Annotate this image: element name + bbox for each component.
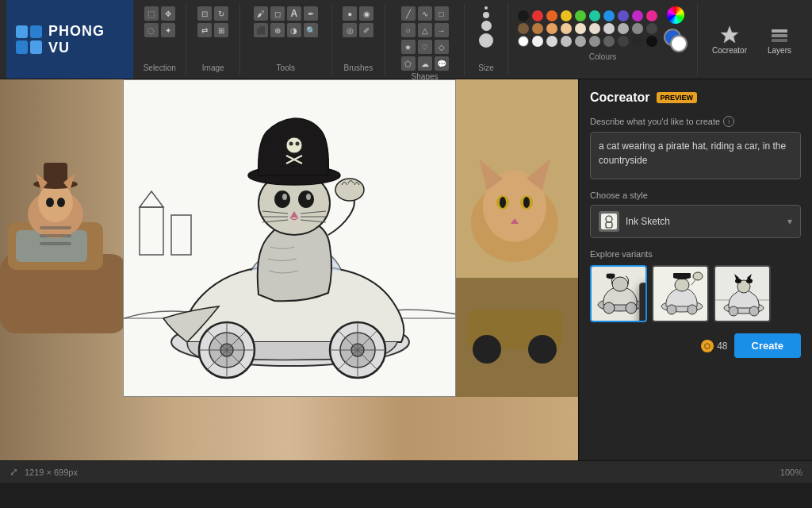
color-swatch-gray2[interactable] — [632, 23, 643, 34]
shape-star-tool[interactable]: ★ — [401, 40, 416, 54]
color-swatch-silver3[interactable] — [575, 36, 586, 47]
image-resize-tool[interactable]: ⊞ — [214, 23, 228, 37]
color-swatch-silver1[interactable] — [546, 36, 557, 47]
color-swatch-skin2[interactable] — [575, 23, 586, 34]
color-swatch-gray1[interactable] — [618, 23, 629, 34]
canvas-area[interactable] — [0, 79, 578, 460]
svg-rect-84 — [607, 274, 615, 278]
prompt-text-box[interactable]: a cat wearing a pirate hat, riding a car… — [590, 132, 801, 179]
image-crop-tool[interactable]: ⊡ — [197, 6, 212, 21]
resize-icon: ⤢ — [10, 466, 18, 478]
shape-ellipse-tool[interactable]: ○ — [401, 23, 416, 37]
zoom-tool[interactable]: 🔍 — [304, 23, 318, 37]
color-swatch-silver2[interactable] — [561, 36, 572, 47]
text-tool[interactable]: A — [287, 6, 301, 21]
image-rotate-tool[interactable]: ↻ — [214, 6, 228, 21]
cocreator-button[interactable]: Cocreator — [706, 21, 753, 58]
color-swatch-white[interactable] — [518, 36, 529, 47]
photo-right-scene — [451, 79, 578, 460]
brush-round-tool[interactable]: ● — [343, 6, 357, 21]
shape-pentagon-tool[interactable]: ⬠ — [401, 56, 416, 71]
color-swatch-red[interactable] — [532, 10, 543, 21]
color-swatch-charcoal3[interactable] — [632, 36, 643, 47]
color-swatch-charcoal2[interactable] — [618, 36, 629, 47]
variants-row: ⤓ Save image ⚑ Report — [590, 265, 801, 322]
color-swatch-teal[interactable] — [589, 10, 600, 21]
style-label: Choose a style — [590, 190, 801, 200]
save-image-menu-item[interactable]: ⤓ Save image — [640, 283, 647, 306]
color-picker-wheel[interactable] — [667, 6, 684, 24]
select-move-tool[interactable]: ✥ — [161, 6, 175, 21]
describe-label: Describe what you'd like to create i — [590, 116, 801, 127]
info-icon[interactable]: i — [723, 116, 734, 127]
svg-point-97 — [749, 306, 759, 316]
clone-tool[interactable]: ⊕ — [270, 23, 285, 37]
color-swatch-offwhite[interactable] — [532, 36, 543, 47]
select-magic-tool[interactable]: ✦ — [161, 23, 175, 37]
color-swatch-tan[interactable] — [532, 23, 543, 34]
color-swatch-brown[interactable] — [518, 23, 529, 34]
color-swatch-orange[interactable] — [546, 10, 557, 21]
shape-cloud-tool[interactable]: ☁ — [418, 56, 432, 71]
eyedrop-tool[interactable]: ✒ — [304, 6, 318, 21]
color-swatch-peach[interactable] — [546, 23, 557, 34]
fill-tool[interactable]: ⬛ — [254, 23, 268, 37]
create-button[interactable]: Create — [734, 333, 801, 358]
color-swatch-skin1[interactable] — [561, 23, 572, 34]
eraser-tool[interactable]: ◻ — [270, 6, 285, 21]
shape-line-tool[interactable]: ╱ — [401, 6, 416, 21]
shape-rect-tool[interactable]: □ — [435, 6, 449, 21]
variant-thumb-1[interactable]: ⤓ Save image ⚑ Report — [590, 265, 647, 322]
main-area: Cocreator PREVIEW Describe what you'd li… — [0, 79, 812, 460]
paint-tool[interactable]: 🖌 — [254, 6, 268, 21]
color-grid — [518, 10, 659, 47]
svg-rect-15 — [40, 226, 71, 229]
toolbar-section-shapes: ╱ ∿ □ ○ △ → ★ ♡ ◇ ⬠ ☁ 💬 Shapes — [385, 3, 465, 75]
shape-diamond-tool[interactable]: ◇ — [435, 40, 449, 54]
svg-point-62 — [296, 142, 300, 146]
report-menu-item[interactable]: ⚑ Report — [640, 306, 647, 322]
canvas-background — [0, 79, 578, 460]
variants-label: Explore variants — [590, 249, 801, 259]
brush-custom-tool[interactable]: ✐ — [359, 23, 373, 37]
image-flip-tool[interactable]: ⇄ — [197, 23, 212, 37]
select-rect-tool[interactable]: ⬚ — [144, 6, 159, 21]
color-swatch-darkgray[interactable] — [646, 23, 657, 34]
color-swatch-yellow[interactable] — [561, 10, 572, 21]
logo-text: PHONG VU — [48, 23, 124, 56]
color-swatch-blue[interactable] — [603, 10, 615, 21]
brush-soft-tool[interactable]: ◉ — [359, 6, 373, 21]
shape-tri-tool[interactable]: △ — [418, 23, 432, 37]
panel-header: Cocreator PREVIEW — [590, 90, 801, 105]
shape-curve-tool[interactable]: ∿ — [418, 6, 432, 21]
canvas-sketch-area[interactable] — [123, 79, 456, 397]
color-swatch-silver4[interactable] — [589, 36, 600, 47]
logo: PHONG VU — [6, 0, 133, 79]
style-name: Ink Sketch — [626, 216, 670, 227]
blur-tool[interactable]: ◑ — [287, 23, 301, 37]
color-swatch-black[interactable] — [518, 10, 529, 21]
layers-button[interactable]: Layers — [761, 21, 798, 58]
shape-arrow-tool[interactable]: → — [435, 23, 449, 37]
color-swatch-nearblack[interactable] — [646, 36, 657, 47]
canvas-dimensions: 1219 × 699px — [25, 468, 78, 477]
shape-heart-tool[interactable]: ♡ — [418, 40, 432, 54]
right-toolbar: Cocreator Layers — [698, 3, 806, 75]
color-swatch-indigo[interactable] — [618, 10, 629, 21]
color-swatch-purple[interactable] — [632, 10, 643, 21]
toolbar-section-size: Size — [465, 3, 508, 75]
svg-rect-3 — [772, 39, 787, 42]
brush-hard-tool[interactable]: ◎ — [343, 23, 357, 37]
color-swatch-skin3[interactable] — [589, 23, 600, 34]
svg-point-96 — [729, 306, 738, 316]
color-swatch-green[interactable] — [575, 10, 586, 21]
color-swatch-lightgray[interactable] — [603, 23, 615, 34]
color-swatch-pink[interactable] — [646, 10, 657, 21]
shape-speech-tool[interactable]: 💬 — [435, 56, 449, 71]
style-selector[interactable]: Ink Sketch ▾ — [590, 205, 801, 238]
variant-thumb-3[interactable] — [714, 265, 771, 322]
select-lasso-tool[interactable]: ◌ — [144, 23, 159, 37]
variant-thumb-2[interactable] — [652, 265, 709, 322]
layers-icon — [768, 24, 791, 46]
color-swatch-charcoal1[interactable] — [603, 36, 615, 47]
